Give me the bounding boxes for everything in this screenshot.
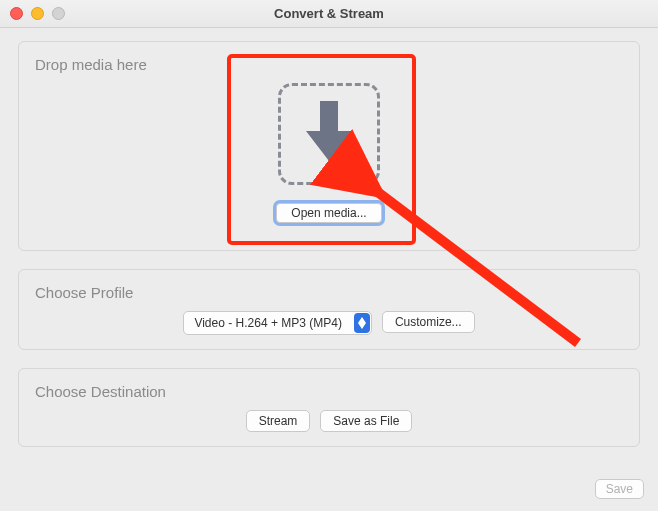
- footer: Save: [595, 479, 644, 499]
- open-media-button[interactable]: Open media...: [276, 203, 381, 223]
- window-title: Convert & Stream: [0, 6, 658, 21]
- customize-button[interactable]: Customize...: [382, 311, 475, 333]
- profile-group: Choose Profile Video - H.264 + MP3 (MP4)…: [18, 269, 640, 350]
- drop-target-box[interactable]: [278, 83, 380, 185]
- download-arrow-icon: [300, 97, 358, 171]
- updown-icon: [354, 313, 370, 333]
- save-as-file-button[interactable]: Save as File: [320, 410, 412, 432]
- save-button: Save: [595, 479, 644, 499]
- profile-select-value: Video - H.264 + MP3 (MP4): [184, 316, 354, 330]
- profile-title: Choose Profile: [35, 284, 623, 301]
- destination-title: Choose Destination: [35, 383, 623, 400]
- drop-media-group: Drop media here Open media...: [18, 41, 640, 251]
- drop-media-title: Drop media here: [35, 56, 623, 73]
- destination-group: Choose Destination Stream Save as File: [18, 368, 640, 447]
- stream-button[interactable]: Stream: [246, 410, 311, 432]
- drop-zone[interactable]: Open media...: [35, 83, 623, 223]
- profile-select[interactable]: Video - H.264 + MP3 (MP4): [183, 311, 372, 335]
- content: Drop media here Open media... Choose Pro…: [0, 28, 658, 460]
- titlebar: Convert & Stream: [0, 0, 658, 28]
